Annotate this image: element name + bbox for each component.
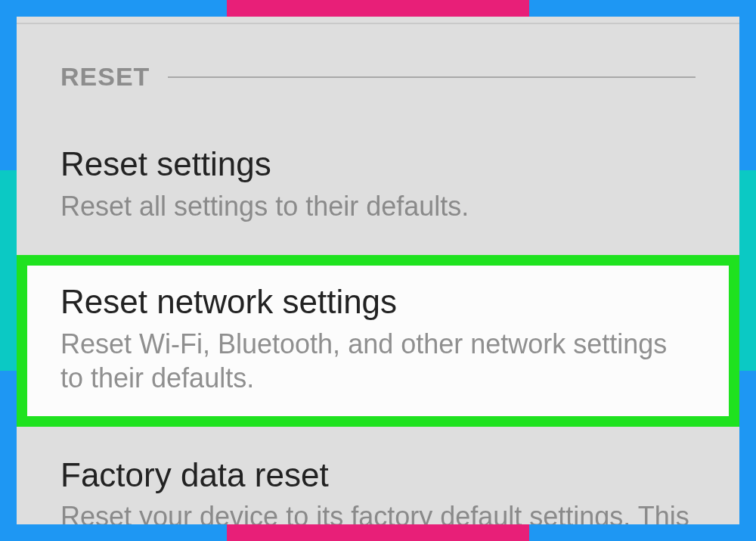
frame-notch-right bbox=[739, 170, 756, 371]
list-item-reset-settings[interactable]: Reset settings Reset all settings to the… bbox=[17, 122, 739, 249]
item-title: Reset network settings bbox=[60, 282, 696, 322]
frame-notch-left bbox=[0, 170, 17, 371]
section-header: RESET bbox=[17, 24, 739, 92]
item-title: Reset settings bbox=[60, 145, 696, 185]
section-header-label: RESET bbox=[60, 62, 150, 92]
frame-notch-top bbox=[227, 0, 529, 17]
list-item-factory-data-reset[interactable]: Factory data reset Reset your device to … bbox=[17, 433, 739, 524]
settings-list: Reset settings Reset all settings to the… bbox=[17, 92, 739, 524]
tutorial-frame: RESET Reset settings Reset all settings … bbox=[0, 0, 756, 541]
list-item-reset-network-settings[interactable]: Reset network settings Reset Wi-Fi, Blue… bbox=[27, 266, 729, 416]
item-subtitle: Reset all settings to their defaults. bbox=[60, 189, 696, 223]
item-title: Factory data reset bbox=[60, 455, 696, 496]
item-subtitle: Reset your device to its factory default… bbox=[60, 499, 696, 524]
highlight-box: Reset network settings Reset Wi-Fi, Blue… bbox=[17, 255, 739, 427]
item-subtitle: Reset Wi-Fi, Bluetooth, and other networ… bbox=[60, 327, 696, 395]
section-header-line bbox=[168, 76, 696, 78]
frame-notch-bottom bbox=[227, 524, 529, 541]
settings-screen: RESET Reset settings Reset all settings … bbox=[17, 17, 739, 524]
